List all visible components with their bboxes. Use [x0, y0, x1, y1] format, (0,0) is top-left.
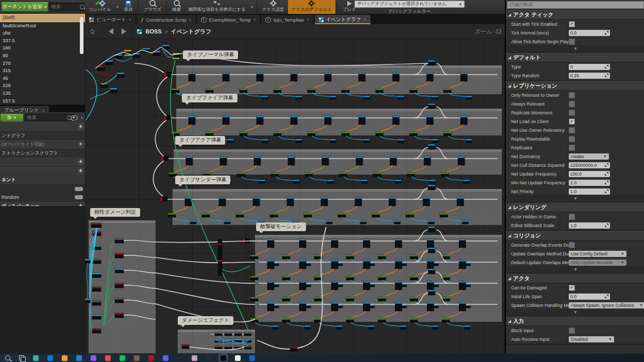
checkbox[interactable] [569, 101, 575, 107]
save-button[interactable]: 保存 [120, 0, 136, 14]
checkbox[interactable] [569, 242, 575, 248]
expand-more-chevron[interactable]: ▼ [506, 309, 644, 315]
close-icon[interactable]: × [129, 17, 131, 22]
reset-arrows-icon[interactable] [605, 163, 608, 167]
expand-more-chevron[interactable]: ▼ [506, 196, 644, 201]
edge-icon[interactable] [33, 355, 39, 361]
number-field[interactable]: 0 [569, 64, 610, 70]
dropdown[interactable]: Disabled▼ [569, 336, 614, 342]
blueprint-variable-row[interactable]: ~ [0, 185, 85, 194]
file-explorer-icon[interactable] [62, 355, 67, 361]
dropdown[interactable]: Use Config Default▼ [569, 251, 626, 257]
reset-arrows-icon[interactable] [605, 181, 608, 184]
my-blueprint-row[interactable]: ネント [0, 176, 85, 185]
add-component-button[interactable]: ボーネントを追加 ▼ [1, 2, 48, 12]
checkbox[interactable]: ✔ [569, 285, 575, 291]
store-icon[interactable] [47, 355, 53, 361]
graph-canvas[interactable] [85, 39, 504, 354]
dropdown[interactable]: Awake▼ [569, 153, 609, 160]
comment-bubble[interactable]: タイプサンダー弾幕 [175, 176, 230, 184]
number-field[interactable]: 1.0 [569, 188, 610, 195]
tab-tojo_Template[interactable]: tojo_Template× [261, 15, 313, 24]
comment-bubble[interactable]: タイプアクア弾幕 [175, 136, 225, 145]
my-blueprint-row[interactable]: ントグラフ [0, 132, 85, 141]
chevron-down-icon[interactable]: ▼ [249, 5, 255, 9]
favorite-star-icon[interactable]: ☆ [85, 27, 100, 36]
reset-arrows-icon[interactable] [605, 189, 608, 193]
reset-arrows-icon[interactable] [605, 31, 608, 35]
dropdown[interactable]: Always Spawn, Ignore Collisions▼ [569, 302, 644, 308]
components-tree[interactable]: (Self)faultSceneRootube337.5180902703154… [0, 14, 86, 105]
close-icon[interactable]: × [253, 17, 256, 22]
number-field[interactable]: 225000000.0 [569, 162, 610, 168]
visual-studio-icon[interactable] [91, 355, 96, 361]
add-plus-icon[interactable]: + [78, 168, 83, 174]
number-field[interactable]: 0.25 [569, 73, 610, 79]
component-tree-item[interactable]: 157.5 [0, 97, 85, 105]
my-blueprint-row[interactable]: ストラクションスクリプト [0, 149, 85, 158]
my-blueprint-row[interactable]: + [0, 158, 85, 167]
dark-app-icon[interactable] [177, 355, 183, 361]
component-tree-item[interactable]: 315 [0, 67, 85, 75]
section-header-アクタ[interactable]: アクタ [506, 274, 644, 283]
component-tree-item[interactable]: (Self) [0, 14, 85, 22]
breadcrumb-root[interactable]: BOSS [146, 28, 162, 35]
tab-Construction Scrip[interactable]: ƒConstruction Scrip× [137, 15, 195, 24]
find-button[interactable]: 検索 [168, 0, 184, 14]
component-tree-item[interactable]: 337.5 [0, 37, 85, 45]
comment-bubble[interactable]: タイプノーマル弾幕 [183, 50, 238, 59]
eye-icon[interactable] [71, 115, 78, 120]
checkbox[interactable] [569, 39, 575, 45]
mail-icon[interactable] [76, 355, 82, 361]
reset-arrows-icon[interactable] [605, 65, 608, 68]
checkbox[interactable] [569, 145, 575, 151]
section-header-アクタ ティック[interactable]: アクタ ティック [506, 10, 644, 20]
close-icon[interactable]: × [307, 17, 309, 22]
checkbox[interactable]: ✔ [569, 21, 575, 27]
component-search-input[interactable]: 検索 [49, 3, 87, 11]
number-field[interactable]: 2.0 [569, 180, 610, 186]
component-tree-item[interactable]: 225 [0, 82, 85, 90]
add-plus-icon[interactable]: + [78, 124, 83, 130]
component-tree-item[interactable]: ube [0, 29, 85, 37]
my-blueprint-row[interactable]: + [0, 123, 85, 132]
checkbox[interactable] [569, 136, 575, 142]
back-arrow-icon[interactable] [109, 28, 113, 35]
breadcrumb-current[interactable]: イベントグラフ [171, 28, 212, 36]
reset-arrows-icon[interactable] [605, 74, 608, 77]
chevron-down-icon[interactable]: ▼ [80, 116, 83, 119]
reset-arrows-icon[interactable] [605, 295, 608, 298]
tab-ビューポート[interactable]: ビューポート× [85, 15, 135, 24]
tab-イベントグラフ[interactable]: イベントグラフ× [315, 15, 370, 24]
checkbox[interactable] [569, 214, 575, 220]
compile-button[interactable]: ✔コンパイル [85, 0, 115, 14]
paint-app-icon[interactable] [192, 355, 197, 361]
add-plus-icon[interactable]: + [78, 159, 83, 165]
browse-button[interactable]: ブラウズ [140, 0, 165, 14]
unreal-engine-icon[interactable] [221, 355, 226, 361]
task-view-icon[interactable] [19, 355, 24, 360]
checkbox[interactable] [569, 127, 575, 133]
my-blueprint-row[interactable]: + [0, 167, 85, 176]
chrome-icon[interactable] [105, 355, 111, 361]
swan-app-icon[interactable] [206, 355, 212, 361]
component-tree-item[interactable]: 90 [0, 52, 85, 60]
photos-app-icon[interactable] [134, 355, 140, 361]
add-button[interactable]: 加 ▼ [0, 113, 24, 122]
expand-more-chevron[interactable]: ▼ [506, 46, 644, 51]
section-header-コリジョン[interactable]: コリジョン [506, 231, 644, 240]
checkbox[interactable] [569, 327, 575, 334]
forward-arrow-icon[interactable] [122, 28, 126, 35]
tab-EnemyMove_Temp[interactable]: EnemyMove_Temp× [197, 15, 261, 24]
search-icon[interactable] [5, 355, 10, 360]
discord-icon[interactable] [163, 355, 168, 361]
reset-arrows-icon[interactable] [605, 223, 608, 227]
reset-arrows-icon[interactable] [605, 172, 608, 176]
section-header-レンダリング[interactable]: レンダリング [506, 203, 644, 212]
component-tree-item[interactable]: 135 [0, 90, 85, 97]
section-header-レプリケーション[interactable]: レプリケーション [506, 81, 644, 91]
close-icon[interactable]: × [364, 17, 366, 22]
dropdown[interactable]: Only Update Movable▼ [569, 260, 626, 266]
checkbox[interactable] [569, 92, 575, 98]
close-icon[interactable]: × [189, 17, 191, 22]
